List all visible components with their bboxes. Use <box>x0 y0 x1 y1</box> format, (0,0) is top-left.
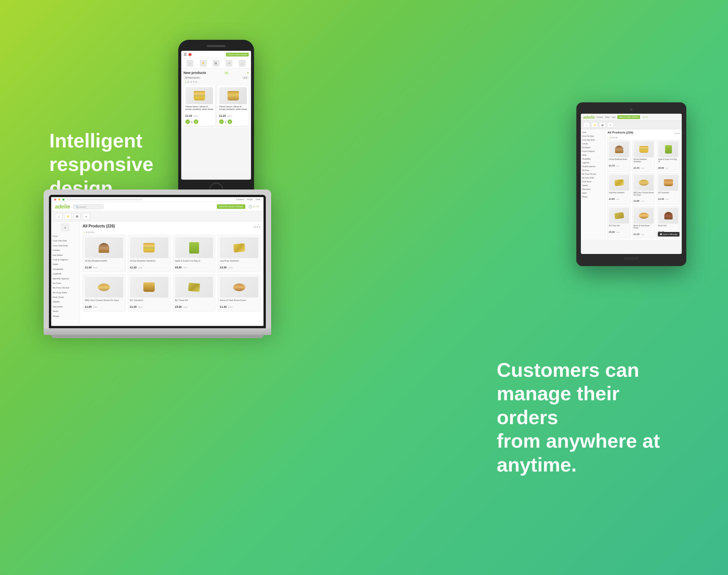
tablet-sidebar-eat-better[interactable]: Eat Better <box>582 146 604 149</box>
tablet-page2[interactable]: 2 <box>610 136 612 139</box>
tablet-sidebar-halal[interactable]: Halal <box>582 153 604 157</box>
laptop-product-7[interactable]: BLT Toast 3x5 £5.26 Each <box>173 274 216 312</box>
phone-search-icon[interactable]: ⌕ <box>239 60 246 67</box>
tablet-product-3[interactable]: Apple & Grape Fruit Bag (I) £6.50 Dz/n <box>657 140 680 172</box>
tablet-list-icon-btn[interactable]: ≡ <box>607 122 614 128</box>
tablet-product-4[interactable]: Argi Wrap Sandwich £1.65 Each <box>607 173 631 205</box>
phone-product-card-2[interactable]: Classic bacon, lettuce & tomato sandwich… <box>217 85 249 126</box>
laptop-page2[interactable]: 2 <box>86 231 87 233</box>
laptop-search-input[interactable]: 🔍 Search <box>73 204 104 209</box>
sidebar-item-eat-better[interactable]: Eat Better <box>53 253 78 257</box>
tablet-sidebar-salads[interactable]: Salads <box>582 183 604 187</box>
tablet-product-2[interactable]: All Day Breakfast Sandwich £1.43 Each <box>632 140 655 172</box>
phone-page2[interactable]: 2, <box>188 81 190 83</box>
phone-cart-icon[interactable]: ⚡ <box>200 60 207 67</box>
laptop-product-1[interactable]: All Day Breakfast Muffin £1.43 Each <box>83 235 126 272</box>
sidebar-item-posh-nosh[interactable]: Posh Nosh <box>53 295 78 299</box>
tablet-sidebar-no-fuss[interactable]: No Fuss <box>582 168 604 172</box>
phone-prev-icon[interactable]: ‹ <box>184 81 184 83</box>
tablet-nav-contact[interactable]: Contact <box>596 116 603 118</box>
tablet-sidebar-hospitality[interactable]: Hospitality <box>582 157 604 161</box>
sidebar-item-wraps[interactable]: Wraps <box>53 314 78 318</box>
tablet-nav-user[interactable]: User <box>612 116 616 118</box>
sidebar-item-monthly-special[interactable]: Monthly Special <box>53 276 78 281</box>
window-close-dot[interactable] <box>54 199 56 201</box>
laptop-product-6[interactable]: BLT Sandwich £1.43 Each <box>128 274 171 312</box>
tablet-sidebar-wraps[interactable]: Wraps <box>582 195 604 199</box>
laptop-product-4[interactable]: Argi Wrap Sandwich £3.30 Each <box>218 235 260 272</box>
phone-grid-icon[interactable]: ▦ <box>213 60 220 67</box>
laptop-product-8[interactable]: Bacon & Hash Brown Panini £1.43 Each <box>218 274 260 312</box>
laptop-url-bar[interactable] <box>67 199 143 200</box>
sidebar-item-legends[interactable]: Legends <box>53 271 78 276</box>
sidebar-item-salads[interactable]: Salads <box>53 299 78 304</box>
phone-create-button[interactable]: CREATE NEW ORDER <box>226 53 249 56</box>
tablet-sidebar-no-fuse-rolls[interactable]: No Fuse Rolls <box>582 176 604 180</box>
window-maximize-dot[interactable] <box>63 199 64 201</box>
phone-page5[interactable]: 5 <box>196 81 197 83</box>
tablet-page4[interactable]: 4 <box>614 136 615 139</box>
phone-list-icon[interactable]: ≡ <box>226 60 232 67</box>
tablet-page5[interactable]: 5 <box>616 136 617 139</box>
sidebar-item-no-fuss[interactable]: No Fuss <box>53 281 78 285</box>
laptop-prev-icon[interactable]: ‹ <box>83 231 83 233</box>
phone-product-card-1[interactable]: Classic bacon, lettuce & tomato sandwich… <box>184 85 215 126</box>
phone-qty-minus-1[interactable]: − <box>185 119 190 124</box>
laptop-create-button[interactable]: CREATE NEW ORDER <box>217 204 245 209</box>
phone-qty-plus-2[interactable]: + <box>228 119 232 124</box>
tablet-cart-icon-btn[interactable]: ⚡ <box>591 122 598 128</box>
tablet-sidebar-fruit-yoghurt[interactable]: Fruit & Yoghurt <box>582 149 604 153</box>
tablet-sidebar-posh-nosh[interactable]: Posh Nosh <box>582 180 604 183</box>
phone-page1[interactable]: 1, <box>185 81 187 83</box>
tablet-sidebar-sushi[interactable]: Sushi <box>582 191 604 195</box>
laptop-page5[interactable]: 5 <box>92 231 93 233</box>
sidebar-item-halal[interactable]: Halal <box>53 262 78 266</box>
nav-contact[interactable]: Contact <box>236 198 244 201</box>
phone-chevron-down-icon[interactable]: ▾ <box>247 71 249 75</box>
phone-filter-button[interactable]: All food stores <box>184 76 201 79</box>
window-minimize-dot[interactable] <box>58 199 60 201</box>
laptop-product-5[interactable]: BBQ Farm Chicken Breast Hot Sand. £1.65 … <box>83 274 126 312</box>
sidebar-item-no-fuse-rolls[interactable]: No Fuse Rolls <box>53 290 78 295</box>
laptop-list-icon-btn[interactable]: ≡ <box>82 213 90 220</box>
tablet-sidebar-healthy-special[interactable]: Healthy Special <box>582 165 604 168</box>
sidebar-item-no-fuss-hot-eat[interactable]: No Fuss Hot Eat <box>53 285 78 290</box>
sidebar-item-sushi[interactable]: Sushi <box>53 309 78 313</box>
tablet-sidebar-core[interactable]: Core <box>582 130 604 134</box>
laptop-page3[interactable]: 3 <box>88 231 89 233</box>
tablet-product-8[interactable]: Bacon & Hash Brown Panini £1.43 Each <box>632 206 655 238</box>
tablet-sidebar-core-sub-rolls[interactable]: Core Sub Rolls <box>582 138 604 142</box>
laptop-cart-icon-btn[interactable]: ⚡ <box>64 213 72 220</box>
phone-next-icon[interactable]: › <box>198 81 198 83</box>
tablet-nav-faqs[interactable]: FAQs <box>605 116 610 118</box>
laptop-page1[interactable]: 1 <box>84 231 85 233</box>
tablet-home-bar[interactable] <box>624 257 639 260</box>
laptop-grid-icon-btn[interactable]: ▦ <box>73 213 81 220</box>
tablet-sidebar-legends[interactable]: Legends <box>582 161 604 165</box>
sidebar-item-core-hot-eats[interactable]: Core Hot Eats <box>53 238 78 243</box>
nav-user[interactable]: User <box>256 198 260 201</box>
nav-faqs[interactable]: FAQs <box>247 198 253 201</box>
phone-home-icon[interactable]: ⌂ <box>187 60 193 67</box>
tablet-product-7[interactable]: BLT Toast 3x5 £5.26 Each <box>607 206 631 238</box>
phone-qty-plus-1[interactable]: + <box>194 119 198 124</box>
sidebar-item-core-sub-rolls[interactable]: Core Sub Rolls <box>53 243 78 248</box>
tablet-product-1[interactable]: All Day Breakfast Muffin £1.43 Each <box>607 140 631 172</box>
hamburger-icon[interactable]: ☰ <box>184 52 187 56</box>
laptop-home-icon-btn[interactable]: ⌂ <box>55 213 63 220</box>
tablet-create-button[interactable]: CREATE NEW ORDER <box>617 115 640 119</box>
sidebar-item-cranks[interactable]: Cranks <box>53 248 78 252</box>
leave-message-button[interactable]: 💬 Leave a Message <box>658 232 679 237</box>
tablet-page3[interactable]: 3 <box>612 136 613 139</box>
tablet-prev-icon[interactable]: ‹ <box>607 136 608 139</box>
tablet-home-icon-btn[interactable]: ⌂ <box>583 122 590 128</box>
phone-page4[interactable]: 4, <box>193 81 195 83</box>
sidebar-item-fruit-yoghurt[interactable]: Fruit & Yoghurt <box>53 257 78 262</box>
laptop-next-icon[interactable]: › <box>94 231 95 233</box>
tablet-product-5[interactable]: BBQ Farm Chicken Breast Hot Sand. £1.65 … <box>632 173 655 205</box>
tablet-sidebar-core-hot-eats[interactable]: Core Hot Eats <box>582 134 604 138</box>
laptop-product-2[interactable]: All Day Breakfast Sandwich £1.43 Each <box>128 235 171 272</box>
laptop-product-3[interactable]: Apple & Grape Fruit Bag (I) £6.50 Dz/n <box>173 235 216 272</box>
laptop-page4[interactable]: 4 <box>90 231 91 233</box>
tablet-page1[interactable]: 1 <box>609 136 610 139</box>
